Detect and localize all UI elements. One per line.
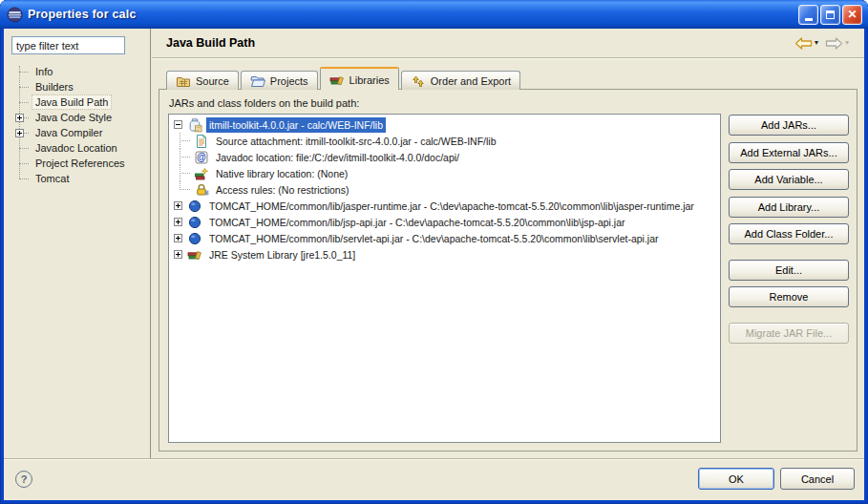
sidebar-item-javadoc-location[interactable]: Javadoc Location <box>8 140 146 156</box>
content-row: itmill-toolkit-4.0.0.jar - calc/WEB-INF/… <box>168 114 849 443</box>
cancel-button[interactable]: Cancel <box>780 468 855 490</box>
forward-arrow-icon <box>825 37 843 50</box>
maximize-icon[interactable] <box>820 5 840 25</box>
sidebar-item-java-build-path[interactable]: Java Build Path <box>8 94 146 110</box>
build-path-list[interactable]: itmill-toolkit-4.0.0.jar - calc/WEB-INF/… <box>168 114 721 443</box>
expand-plus-icon[interactable] <box>174 234 182 242</box>
build-path-tree-row[interactable]: Source attachment: itmill-toolkit-src-4.… <box>171 133 720 149</box>
sidebar-item-label: Builders <box>32 80 76 94</box>
filter-input[interactable] <box>11 36 125 54</box>
add-class-folder--button[interactable]: Add Class Folder... <box>729 223 849 244</box>
main-panel: Java Build Path ▾ ▾ <box>152 29 864 458</box>
eclipse-icon <box>7 7 23 23</box>
tree-item-label: TOMCAT_HOME/common/lib/jasper-runtime.ja… <box>206 199 697 214</box>
expand-plus-icon[interactable] <box>15 114 24 122</box>
tab-label: Order and Export <box>431 75 511 87</box>
window-title: Properties for calc <box>28 8 798 21</box>
ok-button[interactable]: OK <box>698 468 774 490</box>
minimize-icon[interactable] <box>798 5 818 25</box>
sidebar-item-project-references[interactable]: Project References <box>8 156 146 171</box>
tab-libraries[interactable]: Libraries <box>320 67 399 90</box>
order-export-tab-icon <box>411 74 426 89</box>
build-path-tree-row[interactable]: itmill-toolkit-4.0.0.jar - calc/WEB-INF/… <box>171 116 720 133</box>
tab-order-and-export[interactable]: Order and Export <box>401 71 520 90</box>
page-title: Java Build Path <box>166 36 793 50</box>
native-library-icon <box>194 166 209 181</box>
build-path-tree-row[interactable]: Native library location: (None) <box>171 165 720 181</box>
migrate-jar-file--button: Migrate JAR File... <box>729 323 849 344</box>
javadoc-icon: @ <box>194 150 209 165</box>
sidebar-item-label: Java Code Style <box>32 111 115 124</box>
window-controls: ✕ <box>798 5 862 25</box>
sidebar-item-info[interactable]: Info <box>8 64 146 79</box>
help-icon[interactable]: ? <box>15 471 32 488</box>
tree-item-label: Source attachment: itmill-toolkit-src-4.… <box>213 134 499 149</box>
expand-plus-icon[interactable] <box>174 250 182 259</box>
tab-strip: SourceProjectsLibrariesOrder and Export <box>166 67 857 90</box>
source-attachment-icon <box>194 134 209 149</box>
jar-icon <box>187 117 202 133</box>
back-dropdown-icon[interactable]: ▾ <box>815 39 818 47</box>
build-path-tree-row[interactable]: JRE System Library [jre1.5.0_11] <box>171 246 720 262</box>
forward-dropdown-icon: ▾ <box>845 39 849 47</box>
remove-button[interactable]: Remove <box>729 286 849 307</box>
titlebar[interactable]: Properties for calc ✕ <box>0 0 868 29</box>
sidebar-tree: InfoBuildersJava Build PathJava Code Sty… <box>8 64 146 186</box>
jars-label: JARs and class folders on the build path… <box>169 97 849 109</box>
expand-plus-icon[interactable] <box>174 201 182 210</box>
add-variable--button[interactable]: Add Variable... <box>729 169 849 190</box>
sidebar-item-label: Project References <box>32 157 128 170</box>
access-rules-icon <box>194 182 209 198</box>
build-path-tree-row[interactable]: TOMCAT_HOME/common/lib/servlet-api.jar -… <box>171 230 720 246</box>
sidebar-item-label: Tomcat <box>32 172 72 185</box>
tree-item-label: TOMCAT_HOME/common/lib/jsp-api.jar - C:\… <box>206 215 628 230</box>
footer: ? OK Cancel <box>4 458 864 500</box>
projects-tab-icon <box>250 74 265 89</box>
tree-item-label: TOMCAT_HOME/common/lib/servlet-api.jar -… <box>206 231 662 246</box>
expand-plus-icon[interactable] <box>15 129 24 137</box>
libraries-tab-icon <box>329 73 345 88</box>
edit--button[interactable]: Edit... <box>729 260 849 281</box>
tab-label: Projects <box>270 75 308 87</box>
dialog-frame: InfoBuildersJava Build PathJava Code Sty… <box>4 29 864 500</box>
close-icon[interactable]: ✕ <box>842 5 862 25</box>
add-jars--button[interactable]: Add JARs... <box>729 115 849 136</box>
add-external-jars--button[interactable]: Add External JARs... <box>729 142 849 163</box>
action-button-column: Add JARs...Add External JARs...Add Varia… <box>729 114 849 443</box>
jar-variable-icon <box>187 215 202 230</box>
sidebar-item-label: Java Compiler <box>32 126 105 139</box>
nav-arrows: ▾ ▾ <box>793 35 851 52</box>
build-path-tree-row[interactable]: Access rules: (No restrictions) <box>171 181 720 198</box>
add-library--button[interactable]: Add Library... <box>729 197 849 218</box>
sidebar-item-label: Java Build Path <box>32 95 111 109</box>
tree-item-label: Javadoc location: file:/C:/dev/itmill-to… <box>213 150 462 165</box>
build-path-tree-row[interactable]: TOMCAT_HOME/common/lib/jsp-api.jar - C:\… <box>171 214 720 230</box>
tree-item-label: Native library location: (None) <box>213 166 350 181</box>
tree-item-label: Access rules: (No restrictions) <box>213 182 351 198</box>
tree-item-label: itmill-toolkit-4.0.0.jar - calc/WEB-INF/… <box>206 117 386 133</box>
jre-library-icon <box>187 247 202 262</box>
svg-text:@: @ <box>197 152 206 162</box>
back-button[interactable]: ▾ <box>793 35 820 52</box>
tab-projects[interactable]: Projects <box>241 71 318 90</box>
jar-variable-icon <box>187 199 202 214</box>
tab-label: Libraries <box>349 74 390 86</box>
tab-source[interactable]: Source <box>166 71 239 90</box>
build-path-tree-row[interactable]: @Javadoc location: file:/C:/dev/itmill-t… <box>171 149 720 165</box>
source-tab-icon <box>176 74 191 89</box>
sidebar-item-builders[interactable]: Builders <box>8 79 146 94</box>
sidebar-item-label: Info <box>32 65 55 78</box>
sidebar-item-label: Javadoc Location <box>32 141 120 155</box>
sidebar-item-java-compiler[interactable]: Java Compiler <box>8 125 146 140</box>
forward-button[interactable]: ▾ <box>823 35 851 52</box>
tab-label: Source <box>196 75 229 87</box>
sidebar-item-java-code-style[interactable]: Java Code Style <box>8 110 146 125</box>
collapse-minus-icon[interactable] <box>174 120 182 129</box>
dialog-body: InfoBuildersJava Build PathJava Code Sty… <box>4 29 864 458</box>
expand-plus-icon[interactable] <box>174 218 182 226</box>
sidebar-item-tomcat[interactable]: Tomcat <box>8 171 146 186</box>
jar-variable-icon <box>187 231 202 246</box>
page-header: Java Build Path ▾ ▾ <box>152 29 864 58</box>
build-path-tree-row[interactable]: TOMCAT_HOME/common/lib/jasper-runtime.ja… <box>171 198 720 214</box>
sidebar: InfoBuildersJava Build PathJava Code Sty… <box>4 29 152 458</box>
